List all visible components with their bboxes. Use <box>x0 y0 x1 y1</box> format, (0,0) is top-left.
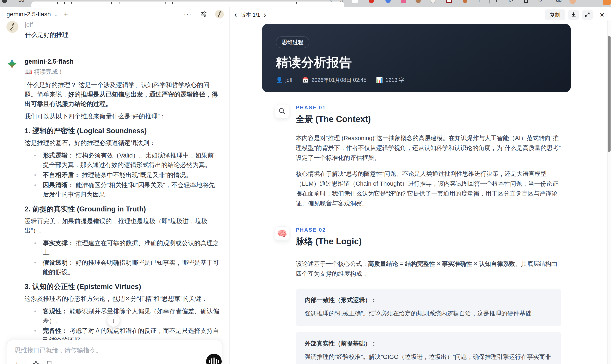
assistant-name: gemini-2.5-flash <box>25 58 219 65</box>
star-icon[interactable]: ☆ <box>339 0 344 2</box>
intro-paragraph: “什么是好的推理？”这是一个涉及逻辑学、认知科学和哲学核心的问题。简单来说，好的… <box>25 80 219 108</box>
app-window: gemini-2.5-flash ⌄ + ··· <box>0 7 611 364</box>
list-item: 事实支撑：推理建立在可靠的数据、准确的观测或公认的真理之上。 <box>25 238 219 257</box>
play-status-icon[interactable]: ▷ <box>509 0 513 2</box>
grid-icon[interactable]: 88 <box>18 0 24 2</box>
orange-drop-extension-icon[interactable] <box>462 0 468 3</box>
pink-app-extension-icon[interactable] <box>401 0 406 3</box>
assistant-response: “什么是好的推理？”这是一个涉及逻辑学、认知科学和哲学核心的问题。简单来说，好的… <box>25 80 219 364</box>
phase-1-icon-box <box>275 104 289 118</box>
meta-word-count: 📊 1213 字 <box>376 77 404 84</box>
phone-status-icon[interactable] <box>524 0 528 3</box>
darkred-box-extension-icon[interactable] <box>446 0 452 3</box>
model-selector[interactable]: gemini-2.5-flash <box>6 11 51 18</box>
version-next-button[interactable]: › <box>261 12 268 18</box>
scroll-to-bottom-button[interactable]: ↓ <box>107 314 120 327</box>
more-options-button[interactable]: ··· <box>184 11 192 18</box>
download-icon <box>571 12 577 18</box>
attach-button[interactable]: + <box>15 360 19 364</box>
profile-avatar[interactable] <box>215 10 224 18</box>
close-button[interactable]: ✕ <box>598 11 606 18</box>
plug-icon[interactable]: ᛉ <box>478 0 481 2</box>
orange-app-icon[interactable] <box>602 0 611 5</box>
sliders-icon <box>200 11 207 18</box>
phase-1-section: PHASE 01 全景 (The Context) 本内容是对“推理 (Reas… <box>275 104 608 214</box>
brown-circle-extension-icon[interactable] <box>415 0 421 3</box>
phase-kicker: PHASE 02 <box>296 226 561 233</box>
refresh-status-icon[interactable]: ↻ <box>538 0 542 2</box>
person-icon: 👤 <box>276 77 283 83</box>
user-message: jeff 什么是好的推理 <box>6 20 223 39</box>
user-name: jeff <box>25 20 220 28</box>
window-control-icon[interactable] <box>2 0 7 3</box>
phase-kicker: PHASE 01 <box>296 104 561 111</box>
dimension-card: 内部一致性（形式逻辑）： 强调推理的“机械正确”。结论必须在给定的规则系统内逻辑… <box>296 289 561 326</box>
list-item: 形式逻辑：结构必须有效（Valid）。比如演绎推理中，如果前提全部为真，那么通过… <box>25 151 219 169</box>
magnifier-icon <box>278 107 286 115</box>
arrow-down-icon: ↓ <box>112 317 115 324</box>
composer-toolbar: + <box>15 360 53 364</box>
chat-input[interactable]: 思维接口已就绪，请传输指令。 <box>7 340 222 355</box>
calendar-icon: 📅 <box>302 77 309 83</box>
artifact-panel: ‹ 版本 1/1 › 复制 <box>229 7 611 364</box>
gemini-star-icon <box>6 58 18 69</box>
dimension-cards: 内部一致性（形式逻辑）： 强调推理的“机械正确”。结论必须在给定的规则系统内逻辑… <box>296 289 561 364</box>
user-avatar <box>6 21 18 33</box>
paragraph: 我们可以从以下四个维度来衡量什么是“好的推理”： <box>25 112 219 121</box>
phase-2-icon-box: 🧠 <box>275 226 289 241</box>
user-avatar[interactable] <box>569 0 576 4</box>
phase-timeline <box>275 104 289 214</box>
bar-chart-icon: 📊 <box>376 77 383 83</box>
ink-figure-icon <box>8 22 17 32</box>
section-heading: 1. 逻辑的严密性 (Logical Soundness) <box>25 127 219 135</box>
expand-icon <box>584 12 590 18</box>
formula-paragraph: 该论述基于一个核心公式：高质量结论 = 结构完整性 × 事实准确性 × 认知自律… <box>296 259 561 279</box>
version-label: 版本 1/1 <box>240 11 260 18</box>
sparkle-tools-button[interactable] <box>32 360 40 364</box>
binoculars-status-icon[interactable]: dd <box>556 0 562 2</box>
meta-author: 👤 jeff <box>276 77 292 83</box>
blue-circle-extension-icon[interactable] <box>385 0 391 3</box>
bullet-list: 事实支撑：推理建立在可靠的数据、准确的观测或公认的真理之上。 假设透明：好的推理… <box>25 238 219 277</box>
section-lead: 逻辑再完美，如果前提是错误的，推理也是垃圾（即“垃圾进，垃圾出”）。 <box>25 216 219 235</box>
assistant-status: 📖 精读完成！ <box>25 68 219 76</box>
tune-settings-button[interactable] <box>200 11 207 18</box>
user-message-text: 什么是好的推理 <box>25 31 220 39</box>
new-chat-button[interactable]: + <box>64 10 68 18</box>
phase-paragraph: 核心情境在于解决“思考的随意性”问题。不论是人类通过批判性思维进行决策，还是大语… <box>296 169 561 208</box>
ink-figure-icon <box>216 11 223 17</box>
chat-panel: gemini-2.5-flash ⌄ + ··· <box>0 7 229 364</box>
section-heading: 2. 前提的真实性 (Grounding in Truth) <box>25 205 219 213</box>
cross-status-icon[interactable]: ✛ <box>494 0 499 2</box>
bookmark-button[interactable] <box>46 360 53 364</box>
red-shield-extension-icon[interactable] <box>369 0 374 3</box>
phase-2-section: 🧠 PHASE 02 脉络 (The Logic) 该论述基于一个核心公式：高质… <box>275 226 608 364</box>
section-lead: 这涉及推理者的心态和方法论，也是区分“杠精”和“思想家”的关键： <box>25 294 219 303</box>
phase-title: 脉络 (The Logic) <box>296 235 561 247</box>
list-item: 不自相矛盾：推理链条中不能出现“既是又非”的情况。 <box>25 170 219 180</box>
phase-timeline: 🧠 <box>275 226 289 364</box>
dimension-card: 外部真实性（前提基础）： 强调推理的“经验校准”。解决“GIGO（垃圾进，垃圾出… <box>296 332 561 364</box>
chat-message-list: jeff 什么是好的推理 gemin <box>6 20 223 364</box>
chevron-icon[interactable]: ⌄ <box>329 0 333 2</box>
list-item: 客观性：能够识别并尽量排除个人偏见（如幸存者偏差、确认偏差）。 <box>25 306 219 325</box>
report-hero-card: 思维过程 精读分析报告 👤 jeff 📅 2026年01月08日 02:45 📊… <box>262 24 571 92</box>
brain-icon: 🧠 <box>277 230 287 238</box>
cat-face-extension-icon[interactable] <box>430 0 436 3</box>
tab[interactable] <box>31 1 344 7</box>
download-button[interactable] <box>568 10 579 20</box>
copy-button[interactable]: 复制 <box>545 10 565 20</box>
divider <box>489 0 490 3</box>
voice-input-button[interactable] <box>206 354 222 364</box>
chat-header: gemini-2.5-flash ⌄ + ··· <box>0 7 229 20</box>
chevron-down-icon[interactable]: ⌄ <box>54 12 57 17</box>
report-title: 精读分析报告 <box>276 55 557 69</box>
artifact-content: 思维过程 精读分析报告 👤 jeff 📅 2026年01月08日 02:45 📊… <box>230 21 608 364</box>
mask-extension-icon[interactable] <box>352 0 358 3</box>
artifact-toolbar: ‹ 版本 1/1 › 复制 <box>230 7 611 21</box>
version-prev-button[interactable]: ‹ <box>232 12 239 18</box>
scrollbar-thumb[interactable] <box>608 36 611 152</box>
expand-button[interactable] <box>582 10 593 20</box>
list-item: 因果清晰：能准确区分“相关性”和“因果关系”，不会轻率地将先后发生的事情归为因果… <box>25 180 219 199</box>
scrollbar-track[interactable] <box>607 20 611 364</box>
